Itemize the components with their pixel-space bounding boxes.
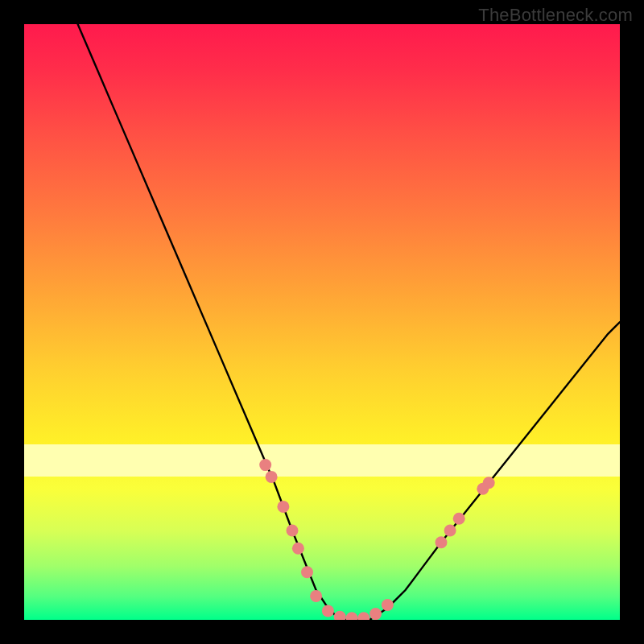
highlight-dot (444, 525, 456, 537)
highlight-dot (266, 471, 278, 483)
highlight-dot (453, 513, 465, 525)
highlight-dot (277, 501, 289, 513)
chart-svg (24, 24, 620, 620)
chart-plot-area (24, 24, 620, 620)
highlight-dot (334, 611, 346, 620)
highlight-dots (259, 459, 495, 620)
highlight-dot (483, 477, 495, 489)
highlight-dot (259, 459, 271, 471)
highlight-dot (310, 590, 322, 602)
highlight-dot (436, 536, 448, 548)
highlight-dot (369, 608, 382, 620)
highlight-dot (287, 525, 299, 537)
highlight-dot (301, 566, 313, 578)
bottleneck-curve (78, 24, 620, 620)
highlight-dot (322, 605, 334, 617)
highlight-dot (382, 599, 394, 611)
highlight-dot (346, 612, 358, 620)
highlight-dot (292, 543, 304, 555)
watermark-text: TheBottleneck.com (478, 5, 633, 26)
highlight-dot (357, 612, 369, 620)
